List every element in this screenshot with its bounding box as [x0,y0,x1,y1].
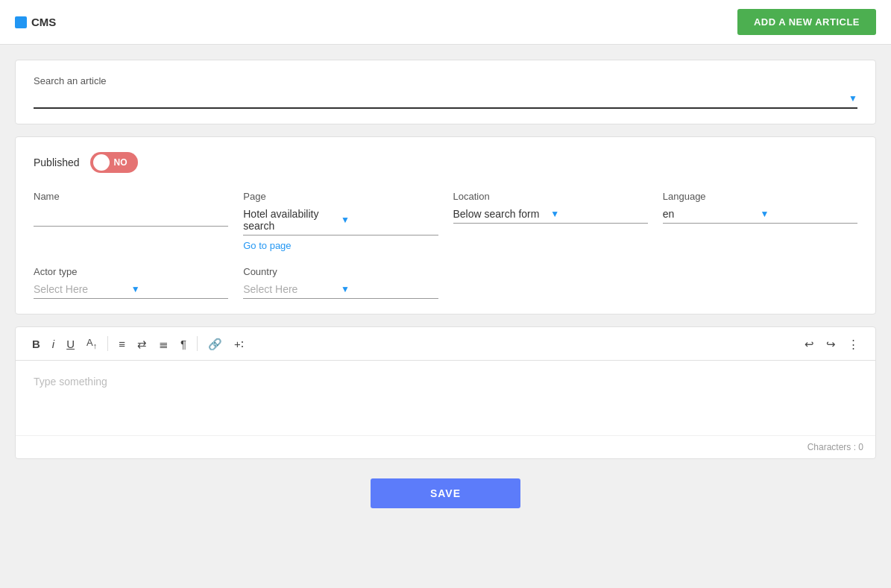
country-chevron-icon[interactable]: ▼ [341,284,438,294]
page-label: Page [243,191,438,202]
language-value: en [663,208,761,220]
actor-type-select[interactable]: Select Here ▼ [34,283,228,299]
header: CMS ADD A NEW ARTICLE [0,0,891,45]
location-select[interactable]: Below search form ▼ [453,208,648,224]
more-button[interactable]: ⋮ [843,335,863,353]
published-row: Published NO [34,152,857,173]
search-chevron-icon[interactable]: ▼ [849,93,857,104]
logo: CMS [15,16,56,28]
editor-placeholder: Type something [34,376,107,388]
undo-button[interactable]: ↩ [800,335,819,353]
name-field: Name [34,191,228,251]
form-grid-bottom: Actor type Select Here ▼ Country Select … [34,266,857,299]
language-field: Language en ▼ [663,191,857,251]
editor-card: B i U A↑ ≡ ⇄ ≣ ¶ 🔗 +∶ ↩ ↪ ⋮ Type somethi… [15,326,876,459]
align-justify-button[interactable]: ⇄ [133,335,151,353]
language-chevron-icon[interactable]: ▼ [760,209,857,219]
page-select[interactable]: Hotel availability search ▼ [243,208,438,235]
published-toggle[interactable]: NO [90,152,138,173]
list-button[interactable]: ≣ [154,335,173,353]
location-chevron-icon[interactable]: ▼ [550,209,648,219]
location-label: Location [453,191,648,202]
empty-col-3 [453,266,648,299]
empty-col-4 [663,266,857,299]
align-center-button[interactable]: ≡ [114,335,130,353]
page-chevron-icon[interactable]: ▼ [341,215,438,225]
published-label: Published [34,157,80,168]
toggle-text: NO [114,157,127,168]
actor-type-field: Actor type Select Here ▼ [34,266,228,299]
underline-button[interactable]: U [62,335,79,353]
toolbar-separator-2 [197,336,198,351]
add-button[interactable]: +∶ [230,335,248,353]
bold-button[interactable]: B [28,335,45,353]
italic-button[interactable]: i [48,335,59,353]
actor-type-placeholder: Select Here [34,283,131,295]
country-select[interactable]: Select Here ▼ [243,283,438,299]
paragraph-button[interactable]: ¶ [176,335,191,353]
add-new-article-button[interactable]: ADD A NEW ARTICLE [737,9,876,35]
redo-button[interactable]: ↪ [822,335,840,353]
character-count: Characters : 0 [807,442,863,452]
country-label: Country [243,266,438,277]
search-input[interactable] [34,92,849,104]
logo-text: CMS [31,16,56,28]
search-label: Search an article [34,75,857,86]
editor-footer: Characters : 0 [16,435,875,458]
logo-icon [15,16,27,28]
name-input[interactable] [34,208,228,227]
page-field: Page Hotel availability search ▼ Go to p… [243,191,438,251]
font-size-button[interactable]: A↑ [82,335,101,353]
go-to-page-link[interactable]: Go to page [243,240,438,251]
search-card: Search an article ▼ [15,60,876,124]
link-button[interactable]: 🔗 [204,335,227,353]
form-grid-top: Name Page Hotel availability search ▼ Go… [34,191,857,251]
form-card: Published NO Name Page Hotel availabilit… [15,136,876,314]
language-label: Language [663,191,857,202]
editor-body[interactable]: Type something [16,361,875,435]
search-row: ▼ [34,92,857,109]
language-select[interactable]: en ▼ [663,208,857,224]
save-section: SAVE [15,471,876,523]
location-value: Below search form [453,208,551,220]
save-button[interactable]: SAVE [371,478,520,508]
main-content: Search an article ▼ Published NO Name Pa… [0,45,891,538]
toggle-circle [93,154,110,171]
country-field: Country Select Here ▼ [243,266,438,299]
actor-type-label: Actor type [34,266,228,277]
editor-toolbar: B i U A↑ ≡ ⇄ ≣ ¶ 🔗 +∶ ↩ ↪ ⋮ [16,327,875,361]
toolbar-separator-1 [107,336,108,351]
page-value: Hotel availability search [243,208,341,232]
location-field: Location Below search form ▼ [453,191,648,251]
name-label: Name [34,191,228,202]
country-placeholder: Select Here [243,283,341,295]
actor-type-chevron-icon[interactable]: ▼ [131,284,229,294]
